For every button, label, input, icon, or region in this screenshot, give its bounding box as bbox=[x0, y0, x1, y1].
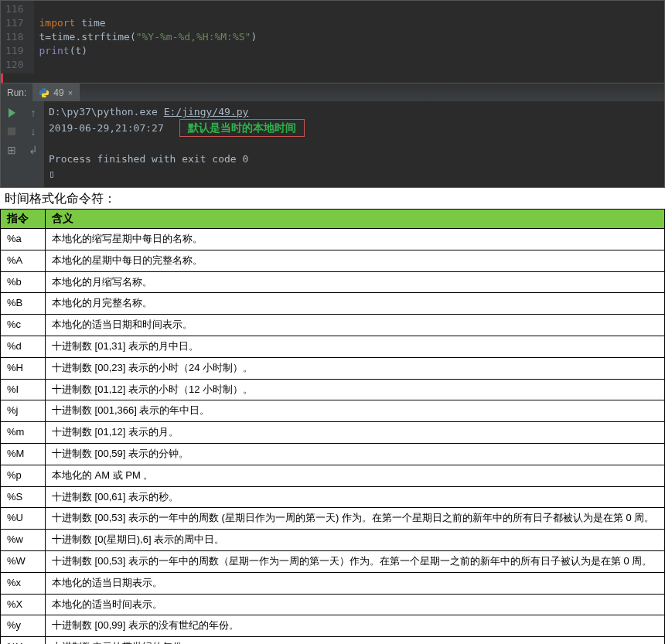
meaning-cell: 十进制数 [00,53] 表示的一年中的周数（星期一作为一周的第一天）作为。在第… bbox=[46, 550, 665, 572]
meaning-cell: 十进制数 [01,12] 表示的小时（12 小时制）。 bbox=[46, 379, 665, 400]
meaning-cell: 十进制数 [01,31] 表示的月中日。 bbox=[46, 336, 665, 357]
code-line[interactable]: t=time.strftime("%Y-%m-%d,%H:%M:%S") bbox=[39, 30, 664, 44]
console-pane: ⊞ ↑ ↓ ↲ D:\py37\python.exe E:/jingy/49.p… bbox=[1, 101, 664, 187]
console-cmd: D:\py37\python.exe E:/jingy/49.py bbox=[49, 104, 660, 119]
meaning-cell: 十进制数 [001,366] 表示的年中日。 bbox=[46, 400, 665, 422]
table-row: %w十进制数 [0(星期日),6] 表示的周中日。 bbox=[1, 530, 665, 551]
meaning-cell: 十进制数 [00,53] 表示的一年中的周数 (星期日作为一周的第一天) 作为。… bbox=[46, 508, 665, 530]
run-button[interactable] bbox=[5, 106, 19, 120]
meaning-cell: 十进制数 [01,12] 表示的月。 bbox=[46, 422, 665, 444]
meaning-cell: 本地化的月缩写名称。 bbox=[46, 271, 665, 293]
editor-caret-line bbox=[1, 73, 664, 83]
directive-cell: %a bbox=[1, 229, 46, 250]
line-number: 119 bbox=[5, 44, 23, 58]
directive-cell: %w bbox=[1, 530, 46, 551]
directive-cell: %U bbox=[1, 508, 46, 530]
directive-cell: %B bbox=[1, 293, 46, 315]
doc-title: 时间格式化命令符： bbox=[0, 188, 665, 209]
directive-cell: %A bbox=[1, 250, 46, 271]
directive-cell: %d bbox=[1, 336, 46, 357]
console-interpreter: D:\py37\python.exe bbox=[49, 106, 164, 118]
code-line[interactable] bbox=[39, 58, 664, 72]
meaning-cell: 本地化的星期中每日的完整名称。 bbox=[46, 250, 665, 271]
meaning-cell: 本地化的 AM 或 PM 。 bbox=[46, 465, 665, 486]
code-line[interactable] bbox=[39, 2, 664, 16]
line-gutter: 116117118119120 bbox=[1, 1, 34, 73]
console-caret: ▯ bbox=[49, 166, 660, 181]
python-icon bbox=[39, 87, 49, 98]
line-number: 117 bbox=[5, 16, 23, 30]
meaning-cell: 十进制数 [00,59] 表示的分钟。 bbox=[46, 443, 665, 465]
run-tab[interactable]: 49 × bbox=[32, 83, 80, 101]
meaning-cell: 本地化的月完整名称。 bbox=[46, 293, 665, 315]
meaning-cell: 十进制数 [0(星期日),6] 表示的周中日。 bbox=[46, 530, 665, 551]
table-row: %M十进制数 [00,59] 表示的分钟。 bbox=[1, 443, 665, 465]
table-row: %U十进制数 [00,53] 表示的一年中的周数 (星期日作为一周的第一天) 作… bbox=[1, 508, 665, 530]
wrap-icon: ↲ bbox=[29, 144, 38, 156]
table-row: %B本地化的月完整名称。 bbox=[1, 293, 665, 315]
run-tab-spacer bbox=[80, 83, 664, 101]
run-label: Run: bbox=[1, 87, 32, 98]
directive-cell: %x bbox=[1, 572, 46, 594]
directive-cell: %b bbox=[1, 271, 46, 293]
soft-wrap-button[interactable]: ↲ bbox=[26, 143, 40, 157]
directive-cell: %j bbox=[1, 400, 46, 422]
line-number: 116 bbox=[5, 2, 23, 16]
meaning-cell: 本地化的缩写星期中每日的名称。 bbox=[46, 229, 665, 250]
table-row: %H十进制数 [00,23] 表示的小时（24 小时制）。 bbox=[1, 357, 665, 379]
stop-button[interactable] bbox=[5, 124, 19, 138]
table-row: %x本地化的适当日期表示。 bbox=[1, 572, 665, 594]
meaning-cell: 十进制数 [00,23] 表示的小时（24 小时制）。 bbox=[46, 357, 665, 379]
code-area[interactable]: import timet=time.strftime("%Y-%m-%d,%H:… bbox=[34, 1, 664, 73]
directive-cell: %m bbox=[1, 422, 46, 444]
scroll-up-button[interactable]: ↑ bbox=[26, 106, 40, 120]
format-table: 指令 含义 %a本地化的缩写星期中每日的名称。%A本地化的星期中每日的完整名称。… bbox=[0, 209, 665, 644]
directive-cell: %X bbox=[1, 594, 46, 615]
table-row: %m十进制数 [01,12] 表示的月。 bbox=[1, 422, 665, 444]
ide-pane: 116117118119120 import timet=time.strfti… bbox=[0, 0, 665, 188]
arrow-down-icon: ↓ bbox=[31, 126, 36, 137]
meaning-cell: 十进制数 [00,99] 表示的没有世纪的年份。 bbox=[46, 615, 665, 637]
console-gutter: ⊞ ↑ ↓ ↲ bbox=[1, 101, 44, 187]
line-number: 120 bbox=[5, 58, 23, 72]
console-output-time: 2019-06-29,21:07:27 bbox=[49, 121, 164, 135]
table-row: %b本地化的月缩写名称。 bbox=[1, 271, 665, 293]
table-row: %y十进制数 [00,99] 表示的没有世纪的年份。 bbox=[1, 615, 665, 637]
code-line[interactable]: import time bbox=[39, 16, 664, 30]
console-output[interactable]: D:\py37\python.exe E:/jingy/49.py 2019-0… bbox=[44, 101, 664, 187]
table-row: %d十进制数 [01,31] 表示的月中日。 bbox=[1, 336, 665, 357]
directive-cell: %p bbox=[1, 465, 46, 486]
console-annotation: 默认是当时的本地时间 bbox=[179, 119, 305, 137]
line-number: 118 bbox=[5, 30, 23, 44]
table-row: %j十进制数 [001,366] 表示的年中日。 bbox=[1, 400, 665, 422]
table-row: %c本地化的适当日期和时间表示。 bbox=[1, 315, 665, 336]
meaning-cell: 本地化的适当日期和时间表示。 bbox=[46, 315, 665, 336]
meaning-cell: 本地化的适当时间表示。 bbox=[46, 594, 665, 615]
directive-cell: %c bbox=[1, 315, 46, 336]
console-script-path: E:/jingy/49.py bbox=[164, 106, 249, 118]
directive-cell: %H bbox=[1, 357, 46, 379]
table-row: %S十进制数 [00,61] 表示的秒。 bbox=[1, 486, 665, 508]
console-exit: Process finished with exit code 0 bbox=[49, 152, 660, 166]
table-row: %I十进制数 [01,12] 表示的小时（12 小时制）。 bbox=[1, 379, 665, 400]
table-row: %p本地化的 AM 或 PM 。 bbox=[1, 465, 665, 486]
table-head-directive: 指令 bbox=[1, 210, 46, 229]
meaning-cell: 十进制数表示的带世纪的年份。 bbox=[46, 637, 665, 644]
directive-cell: %y bbox=[1, 615, 46, 637]
run-tab-name: 49 bbox=[53, 87, 63, 98]
close-icon[interactable]: × bbox=[68, 88, 73, 97]
scroll-down-button[interactable]: ↓ bbox=[26, 124, 40, 138]
directive-cell: %S bbox=[1, 486, 46, 508]
table-row: %X本地化的适当时间表示。 bbox=[1, 594, 665, 615]
table-row: %Y十进制数表示的带世纪的年份。 bbox=[1, 637, 665, 644]
meaning-cell: 十进制数 [00,61] 表示的秒。 bbox=[46, 486, 665, 508]
layout-button[interactable]: ⊞ bbox=[5, 143, 19, 157]
code-editor[interactable]: 116117118119120 import timet=time.strfti… bbox=[1, 1, 664, 73]
meaning-cell: 本地化的适当日期表示。 bbox=[46, 572, 665, 594]
arrow-up-icon: ↑ bbox=[31, 107, 36, 118]
run-toolbar: Run: 49 × bbox=[1, 83, 664, 101]
stop-icon bbox=[8, 128, 15, 135]
code-line[interactable]: print(t) bbox=[39, 44, 664, 58]
directive-cell: %I bbox=[1, 379, 46, 400]
table-row: %a本地化的缩写星期中每日的名称。 bbox=[1, 229, 665, 250]
